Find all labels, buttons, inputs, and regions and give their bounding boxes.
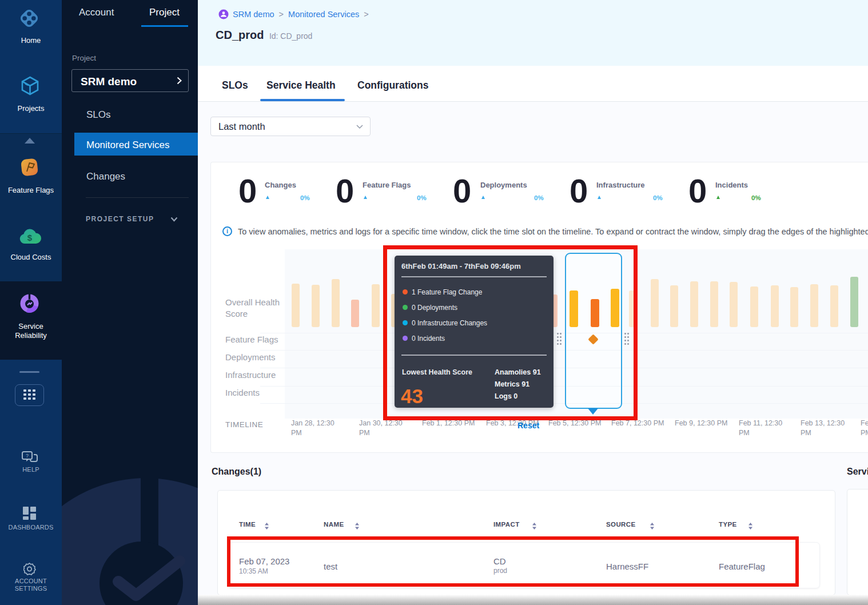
- svg-text:?: ?: [26, 453, 29, 459]
- svg-text:$: $: [27, 233, 33, 242]
